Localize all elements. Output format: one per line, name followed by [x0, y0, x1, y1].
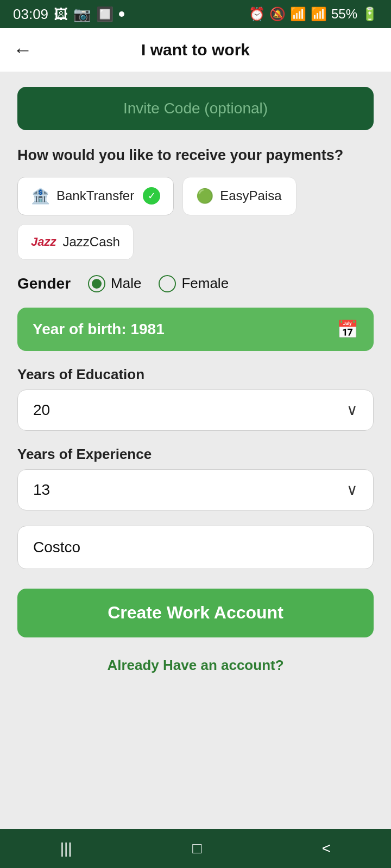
payment-option-jazzcash[interactable]: Jazz JazzCash	[17, 224, 134, 260]
invite-code-label: Invite Code (optional)	[123, 100, 268, 117]
experience-dropdown[interactable]: 13 ∨	[17, 469, 374, 510]
jazzcash-label: JazzCash	[62, 234, 119, 250]
male-label: Male	[111, 275, 141, 292]
create-work-account-button[interactable]: Create Work Account	[17, 589, 374, 637]
easypaisa-icon: 🟢	[196, 188, 213, 205]
bank-label: BankTransfer	[56, 188, 134, 203]
status-app-icon: 🔲	[96, 6, 113, 23]
status-time: 03:09	[13, 6, 48, 23]
signal-icon: 📶	[311, 7, 327, 22]
nav-home-button[interactable]: □	[179, 835, 215, 861]
education-value: 20	[33, 401, 50, 419]
education-chevron-icon: ∨	[346, 401, 358, 419]
status-right: ⏰ 🔕 📶 📶 55% 🔋	[249, 7, 378, 22]
page-title: I want to work	[141, 41, 250, 59]
jazzcash-icon: Jazz	[31, 235, 56, 249]
experience-chevron-icon: ∨	[346, 481, 358, 499]
gender-section: Gender Male Female	[17, 275, 374, 292]
alarm-icon: ⏰	[249, 7, 265, 22]
bottom-nav: ||| □ <	[0, 829, 391, 868]
education-field-group: Years of Education 20 ∨	[17, 366, 374, 431]
payment-section: How would you like to receive your payme…	[17, 145, 374, 260]
bank-check-icon: ✓	[143, 187, 160, 205]
gender-label: Gender	[17, 275, 71, 292]
invite-code-button[interactable]: Invite Code (optional)	[17, 87, 374, 130]
bank-icon: 🏦	[31, 187, 50, 205]
header: ← I want to work	[0, 28, 391, 72]
education-dropdown[interactable]: 20 ∨	[17, 390, 374, 431]
status-dot	[119, 11, 124, 17]
status-instagram-icon: 📷	[73, 6, 91, 23]
wifi-icon: 📶	[290, 7, 306, 22]
experience-label: Years of Experience	[17, 446, 374, 463]
status-left: 03:09 🖼 📷 🔲	[13, 6, 124, 23]
year-of-birth-button[interactable]: Year of birth: 1981 📅	[17, 308, 374, 351]
employer-input[interactable]	[17, 526, 374, 569]
payment-section-label: How would you like to receive your payme…	[17, 145, 374, 166]
experience-field-group: Years of Experience 13 ∨	[17, 446, 374, 510]
male-radio-outer	[88, 275, 105, 292]
easypaisa-label: EasyPaisa	[220, 188, 281, 203]
gender-female-option[interactable]: Female	[159, 275, 229, 292]
experience-value: 13	[33, 481, 50, 499]
calendar-icon: 📅	[337, 319, 358, 340]
payment-option-easypaisa[interactable]: 🟢 EasyPaisa	[182, 177, 297, 215]
education-label: Years of Education	[17, 366, 374, 383]
payment-option-bank[interactable]: 🏦 BankTransfer ✓	[17, 177, 174, 215]
main-content: Invite Code (optional) How would you lik…	[0, 72, 391, 829]
gender-male-option[interactable]: Male	[88, 275, 141, 292]
status-bar: 03:09 🖼 📷 🔲 ⏰ 🔕 📶 📶 55% 🔋	[0, 0, 391, 28]
battery-icon: 🔋	[362, 7, 378, 22]
back-button[interactable]: ←	[13, 40, 33, 60]
year-birth-label: Year of birth: 1981	[33, 321, 165, 338]
male-radio-inner	[92, 279, 102, 289]
create-btn-label: Create Work Account	[108, 603, 283, 623]
status-photo-icon: 🖼	[54, 6, 68, 23]
already-have-account-link[interactable]: Already Have an account?	[17, 653, 374, 676]
female-radio-outer	[159, 275, 176, 292]
battery-text: 55%	[331, 7, 357, 22]
nav-recent-apps-button[interactable]: |||	[47, 835, 85, 861]
female-label: Female	[181, 275, 229, 292]
nav-back-button[interactable]: <	[309, 835, 344, 861]
payment-methods: 🏦 BankTransfer ✓ 🟢 EasyPaisa Jazz JazzCa…	[17, 177, 374, 260]
mute-icon: 🔕	[269, 7, 286, 22]
